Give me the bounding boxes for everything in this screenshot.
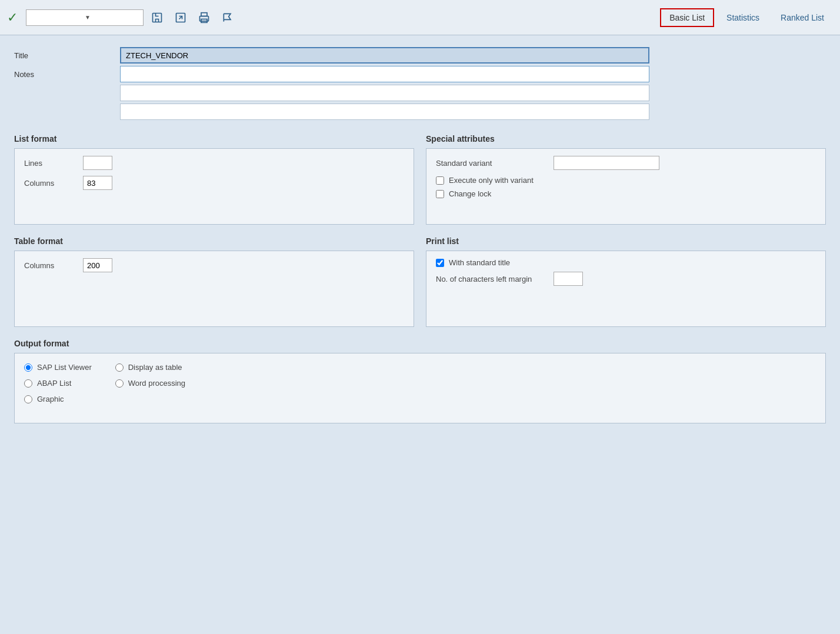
columns-row: Columns — [24, 176, 404, 190]
output-format-section: Output format SAP List Viewer ABAP List … — [14, 339, 826, 423]
notes-row: Notes — [14, 66, 826, 82]
radio-col-right: Display as table Word processing — [115, 363, 185, 403]
lines-label: Lines — [24, 159, 83, 168]
notes-extra-input-2[interactable] — [120, 104, 649, 120]
output-format-title: Output format — [14, 339, 826, 348]
radio-display-as-table-input[interactable] — [115, 363, 124, 372]
special-attributes-section: Special attributes Standard variant Exec… — [426, 134, 826, 225]
print-list-title: Print list — [426, 236, 826, 246]
list-columns-label: Columns — [24, 179, 83, 188]
radio-graphic-label: Graphic — [37, 395, 64, 403]
panels-row-1: List format Lines Columns Special attrib… — [14, 134, 826, 225]
radio-word-processing-label: Word processing — [128, 379, 185, 388]
radio-abap-list: ABAP List — [24, 379, 92, 388]
radio-abap-list-input[interactable] — [24, 379, 32, 388]
radio-col-left: SAP List Viewer ABAP List Graphic — [24, 363, 92, 403]
with-standard-title-label: With standard title — [449, 258, 510, 267]
chevron-down-icon: ▼ — [85, 14, 138, 21]
execute-only-label: Execute only with variant — [449, 176, 534, 185]
title-notes-section: Title Notes — [14, 47, 826, 120]
standard-variant-row: Standard variant — [436, 156, 816, 170]
table-format-box: Columns — [14, 251, 414, 327]
title-label: Title — [14, 51, 120, 60]
svg-rect-0 — [153, 13, 162, 22]
with-standard-title-row: With standard title — [436, 258, 816, 267]
save-icon — [151, 12, 163, 24]
notes-label: Notes — [14, 70, 120, 79]
table-format-title: Table format — [14, 236, 414, 246]
title-input[interactable] — [120, 47, 649, 64]
special-attributes-title: Special attributes — [426, 134, 826, 144]
notes-input[interactable] — [120, 66, 649, 82]
special-attributes-box: Standard variant Execute only with varia… — [426, 148, 826, 225]
radio-graphic-input[interactable] — [24, 395, 32, 403]
standard-variant-label: Standard variant — [436, 159, 554, 168]
tab-ranked-list[interactable]: Ranked List — [772, 8, 833, 27]
list-format-box: Lines Columns — [14, 148, 414, 225]
list-format-title: List format — [14, 134, 414, 144]
print-list-section: Print list With standard title No. of ch… — [426, 236, 826, 327]
print-list-box: With standard title No. of characters le… — [426, 251, 826, 327]
title-row: Title — [14, 47, 826, 64]
variant-dropdown[interactable]: ▼ — [26, 9, 144, 26]
table-columns-row: Columns — [24, 258, 404, 272]
print-button[interactable] — [194, 8, 214, 27]
table-columns-input[interactable] — [83, 258, 112, 272]
no-of-chars-input[interactable] — [554, 272, 583, 286]
radio-word-processing: Word processing — [115, 379, 185, 388]
execute-only-checkbox[interactable] — [436, 176, 444, 185]
with-standard-title-checkbox[interactable] — [436, 259, 444, 267]
notes-extra-input-1[interactable] — [120, 85, 649, 101]
flag-icon — [222, 12, 234, 24]
execute-only-row: Execute only with variant — [436, 176, 816, 185]
lines-input[interactable] — [83, 156, 112, 170]
check-button[interactable]: ✓ — [7, 10, 18, 25]
change-lock-checkbox[interactable] — [436, 190, 444, 198]
tab-basic-list[interactable]: Basic List — [660, 8, 714, 27]
change-lock-row: Change lock — [436, 189, 816, 198]
toolbar: ✓ ▼ Basic List Statistics — [0, 0, 840, 35]
no-of-chars-row: No. of characters left margin — [436, 272, 816, 286]
notes-extra-row-1 — [120, 85, 826, 101]
radio-sap-list-viewer: SAP List Viewer — [24, 363, 92, 372]
standard-variant-input[interactable] — [554, 156, 659, 170]
radio-graphic: Graphic — [24, 395, 92, 403]
main-content: Title Notes List format Lines Columns — [0, 35, 840, 435]
export-icon — [175, 12, 186, 24]
tab-statistics[interactable]: Statistics — [718, 8, 768, 27]
panels-row-2: Table format Columns Print list With sta… — [14, 236, 826, 327]
no-of-chars-label: No. of characters left margin — [436, 275, 554, 283]
notes-extra-row-2 — [120, 104, 826, 120]
radio-display-as-table-label: Display as table — [128, 363, 182, 372]
radio-sap-list-viewer-input[interactable] — [24, 363, 32, 372]
flag-button[interactable] — [218, 8, 238, 27]
print-icon — [198, 12, 210, 24]
list-columns-input[interactable] — [83, 176, 112, 190]
table-columns-label: Columns — [24, 261, 83, 270]
list-format-section: List format Lines Columns — [14, 134, 414, 225]
svg-rect-3 — [201, 12, 207, 16]
output-format-box: SAP List Viewer ABAP List Graphic Displa… — [14, 353, 826, 423]
radio-sap-list-viewer-label: SAP List Viewer — [37, 363, 92, 372]
table-format-section: Table format Columns — [14, 236, 414, 327]
lines-row: Lines — [24, 156, 404, 170]
export-button[interactable] — [171, 8, 191, 27]
radio-abap-list-label: ABAP List — [37, 379, 71, 388]
change-lock-label: Change lock — [449, 189, 491, 198]
save-button[interactable] — [147, 8, 167, 27]
radio-word-processing-input[interactable] — [115, 379, 124, 388]
radio-columns: SAP List Viewer ABAP List Graphic Displa… — [24, 363, 816, 403]
radio-display-as-table: Display as table — [115, 363, 185, 372]
